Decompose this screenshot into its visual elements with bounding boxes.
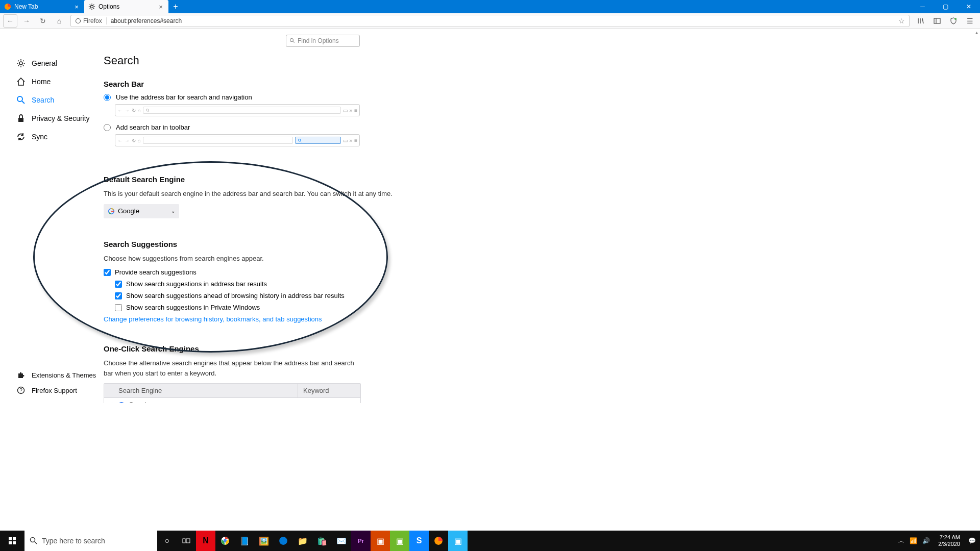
default-engine-desc: This is your default search engine in th… <box>104 189 471 199</box>
app-icon[interactable]: S <box>409 531 429 551</box>
home-button[interactable]: ⌂ <box>52 14 66 28</box>
search-icon <box>16 95 26 105</box>
firefox-icon[interactable] <box>429 531 448 551</box>
close-icon[interactable]: × <box>73 3 80 10</box>
suggestions-heading: Search Suggestions <box>104 240 471 248</box>
search-icon <box>289 38 296 44</box>
svg-rect-14 <box>934 18 940 23</box>
svg-rect-48 <box>186 539 190 543</box>
firefox-icon <box>4 3 11 10</box>
minimize-button[interactable]: ─ <box>911 0 934 13</box>
cb-suggestions-addressbar[interactable]: Show search suggestions in address bar r… <box>115 280 471 288</box>
radio-use-address-bar[interactable]: Use the address bar for search and navig… <box>104 93 471 101</box>
app-icon[interactable]: ▣ <box>448 531 468 551</box>
back-button[interactable]: ← <box>3 14 17 28</box>
engine-row-google[interactable]: ✓ Google <box>104 398 360 403</box>
cb-suggestions-private[interactable]: Show search suggestions in Private Windo… <box>115 304 471 311</box>
default-engine-heading: Default Search Engine <box>104 175 471 184</box>
cb-suggestions-ahead-history[interactable]: Show search suggestions ahead of browsin… <box>115 292 471 299</box>
svg-line-25 <box>23 65 24 66</box>
svg-rect-41 <box>9 537 12 540</box>
taskview-icon[interactable] <box>177 531 196 551</box>
check-icon[interactable]: ✓ <box>104 401 116 403</box>
svg-line-9 <box>93 5 94 5</box>
taskbar-search[interactable]: Type here to search <box>24 531 157 551</box>
google-icon <box>116 402 127 404</box>
url-bar[interactable]: Firefox about:preferences#search ☆ <box>70 15 910 27</box>
svg-rect-42 <box>13 537 16 540</box>
library-icon[interactable] <box>914 14 928 28</box>
svg-point-1 <box>90 5 93 8</box>
category-sidebar: General Home Search Privacy & Security S… <box>16 54 98 146</box>
forward-button[interactable]: → <box>19 14 34 28</box>
titlebar: New Tab × Options × + ─ ▢ ✕ <box>0 0 980 13</box>
gear-icon <box>16 59 26 68</box>
radio-add-search-bar[interactable]: Add search bar in toolbar <box>104 123 471 131</box>
chrome-icon[interactable] <box>215 531 235 551</box>
tab-label: New Tab <box>14 3 38 10</box>
lock-icon <box>16 114 26 123</box>
store-icon[interactable]: 🛍️ <box>312 531 332 551</box>
svg-line-13 <box>922 18 923 23</box>
notifications-icon[interactable]: 💬 <box>968 537 976 544</box>
nav-extensions[interactable]: Extensions & Themes <box>16 367 103 383</box>
cortana-icon[interactable]: ○ <box>157 531 177 551</box>
svg-line-8 <box>90 8 90 9</box>
tray-chevron-icon[interactable]: ︿ <box>898 537 904 545</box>
reload-button[interactable]: ↻ <box>36 14 50 28</box>
volume-icon[interactable]: 🔊 <box>922 537 930 544</box>
menu-button[interactable]: ☰ <box>963 14 977 28</box>
scroll-up-icon[interactable]: ▴ <box>975 30 978 35</box>
cb-provide-suggestions[interactable]: Provide search suggestions <box>104 268 471 276</box>
svg-point-10 <box>76 18 81 23</box>
oneclick-engines-table: Search Engine Keyword ✓ Google ✓ Bing <box>104 383 361 403</box>
nav-sync[interactable]: Sync <box>16 128 98 146</box>
svg-rect-44 <box>13 541 16 544</box>
windows-taskbar: Type here to search ○ N 📘 🖼️ 📁 🛍️ ✉️ Pr … <box>0 531 980 551</box>
new-tab-button[interactable]: + <box>168 0 183 13</box>
nav-general[interactable]: General <box>16 54 98 72</box>
app-icon[interactable]: ▣ <box>390 531 409 551</box>
svg-point-28 <box>17 96 22 102</box>
app-icon[interactable]: N <box>196 531 215 551</box>
svg-text:?: ? <box>19 388 22 393</box>
premiere-icon[interactable]: Pr <box>351 531 371 551</box>
nav-privacy[interactable]: Privacy & Security <box>16 109 98 128</box>
close-button[interactable]: ✕ <box>957 0 980 13</box>
find-in-options[interactable]: Find in Options <box>286 35 360 47</box>
svg-line-6 <box>90 5 90 5</box>
col-keyword[interactable]: Keyword <box>298 384 334 397</box>
nav-home[interactable]: Home <box>16 72 98 91</box>
explorer-icon[interactable]: 📁 <box>293 531 312 551</box>
identity-box[interactable]: Firefox <box>71 17 107 24</box>
close-icon[interactable]: × <box>157 3 164 10</box>
tab-new-tab[interactable]: New Tab × <box>0 0 84 13</box>
bookmark-star-icon[interactable]: ☆ <box>894 17 909 25</box>
svg-line-7 <box>93 8 94 9</box>
sidebar-footer: Extensions & Themes ? Firefox Support <box>16 367 103 398</box>
wifi-icon[interactable]: 📶 <box>910 537 917 544</box>
default-engine-dropdown[interactable]: Google ⌄ <box>104 204 179 218</box>
gear-icon <box>88 3 95 10</box>
app-icon[interactable]: ▣ <box>371 531 390 551</box>
tab-options[interactable]: Options × <box>84 0 168 13</box>
app-icon[interactable]: 🖼️ <box>254 531 274 551</box>
nav-search[interactable]: Search <box>16 91 98 109</box>
sidebar-icon[interactable] <box>930 14 944 28</box>
taskbar-clock[interactable]: 7:24 AM 2/3/2020 <box>935 534 963 547</box>
sync-icon <box>16 132 26 141</box>
svg-line-34 <box>148 111 149 112</box>
start-button[interactable] <box>0 531 24 551</box>
oneclick-desc: Choose the alternative search engines th… <box>104 358 359 378</box>
mail-icon[interactable]: ✉️ <box>332 531 351 551</box>
change-preferences-link[interactable]: Change preferences for browsing history,… <box>104 315 471 323</box>
edge-icon[interactable] <box>274 531 293 551</box>
window-controls: ─ ▢ ✕ <box>911 0 980 13</box>
col-search-engine[interactable]: Search Engine <box>104 384 298 397</box>
svg-point-38 <box>119 403 124 404</box>
protection-icon[interactable] <box>946 14 961 28</box>
app-icon[interactable]: 📘 <box>235 531 254 551</box>
google-icon <box>108 208 115 215</box>
maximize-button[interactable]: ▢ <box>934 0 957 13</box>
nav-support[interactable]: ? Firefox Support <box>16 383 103 398</box>
